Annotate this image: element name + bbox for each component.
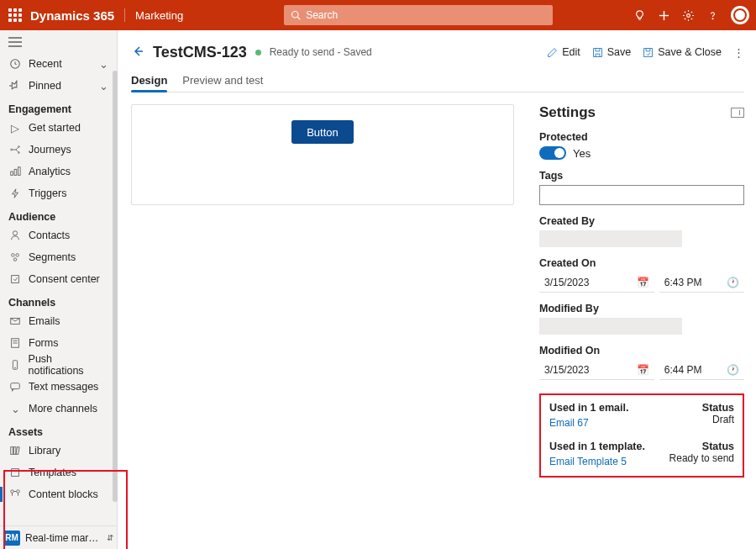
content-blocks-icon <box>8 488 22 500</box>
trigger-icon <box>8 187 22 199</box>
svg-rect-16 <box>18 167 21 176</box>
canvas-button[interactable]: Button <box>291 120 354 144</box>
modified-on-date[interactable]: 3/15/2023📅 <box>539 360 654 380</box>
plus-icon[interactable] <box>658 9 670 22</box>
page-header: TestCMS-123 Ready to send - Saved Edit S… <box>131 35 744 69</box>
chevron-updown-icon: ⇵ <box>107 533 113 542</box>
svg-point-17 <box>13 231 17 235</box>
svg-point-34 <box>11 490 14 494</box>
clock-icon: 🕐 <box>727 277 739 288</box>
created-on-date[interactable]: 3/15/2023📅 <box>539 272 654 293</box>
sidebar-item-text[interactable]: Text messages <box>0 376 117 398</box>
sidebar-item-push[interactable]: Push notifications <box>0 354 117 376</box>
sidebar-item-label: Contacts <box>29 230 70 241</box>
protected-value: Yes <box>573 147 591 160</box>
used-template-link[interactable]: Email Template 5 <box>549 456 627 467</box>
lightbulb-icon[interactable] <box>633 9 646 22</box>
save-close-button[interactable]: Save & Close <box>643 46 722 58</box>
sidebar-item-analytics[interactable]: Analytics <box>0 161 117 182</box>
forms-icon <box>8 337 22 349</box>
design-canvas[interactable]: Button <box>131 104 514 205</box>
sidebar-item-pinned[interactable]: Pinned ⌄ <box>0 75 117 97</box>
journeys-icon <box>8 144 22 156</box>
sidebar-item-recent[interactable]: Recent ⌄ <box>0 53 117 75</box>
save-button[interactable]: Save <box>592 46 632 58</box>
panel-toggle-icon[interactable] <box>731 108 744 118</box>
sidebar-item-label: Pinned <box>29 80 61 92</box>
sidebar-item-label: Triggers <box>29 187 66 199</box>
svg-point-11 <box>11 149 13 150</box>
sidebar-item-label: Templates <box>29 467 76 478</box>
gear-icon[interactable] <box>682 9 695 22</box>
svg-point-35 <box>17 490 20 494</box>
templates-icon <box>8 467 22 478</box>
app-module[interactable]: Marketing <box>135 9 183 22</box>
svg-point-12 <box>18 146 20 148</box>
sidebar-item-label: Consent center <box>29 273 100 285</box>
modified-on-time[interactable]: 6:44 PM🕐 <box>659 360 744 380</box>
svg-rect-14 <box>11 172 13 175</box>
used-email-link[interactable]: Email 67 <box>549 417 589 429</box>
sidebar-item-get-started[interactable]: ▷Get started <box>0 117 117 139</box>
tags-label: Tags <box>539 170 744 182</box>
svg-line-1 <box>297 17 300 19</box>
sidebar-item-content-blocks[interactable]: Content blocks <box>0 483 117 505</box>
edit-button[interactable]: Edit <box>547 46 580 58</box>
segments-icon <box>8 251 22 263</box>
help-icon[interactable] <box>706 9 719 22</box>
back-icon[interactable] <box>131 45 144 61</box>
status-header: Status <box>702 441 734 452</box>
analytics-icon <box>8 166 22 177</box>
svg-rect-30 <box>13 447 16 455</box>
hamburger-icon[interactable] <box>0 34 117 53</box>
protected-toggle[interactable] <box>539 146 566 160</box>
sidebar-item-contacts[interactable]: Contacts <box>0 224 117 246</box>
created-on-time[interactable]: 6:43 PM🕐 <box>659 272 744 293</box>
sidebar-section-channels: Channels <box>0 290 117 310</box>
sidebar-item-emails[interactable]: Emails <box>0 310 117 332</box>
svg-point-0 <box>292 12 299 18</box>
sidebar-item-label: Recent <box>29 58 62 70</box>
app-brand: Dynamics 365 <box>30 8 114 23</box>
search-placeholder: Search <box>306 9 338 21</box>
svg-point-20 <box>13 258 17 261</box>
modified-by-value <box>539 318 682 335</box>
sidebar-item-consent[interactable]: Consent center <box>0 268 117 290</box>
sidebar-item-forms[interactable]: Forms <box>0 332 117 354</box>
chevron-down-icon: ⌄ <box>99 58 108 71</box>
sidebar-footer[interactable]: RM Real-time marketi... ⇵ <box>0 525 117 549</box>
used-email-header: Used in 1 email. <box>549 402 628 414</box>
svg-point-19 <box>16 254 19 257</box>
avatar[interactable] <box>731 6 749 24</box>
tab-design[interactable]: Design <box>131 74 167 92</box>
sidebar-item-label: Get started <box>29 122 81 134</box>
svg-point-5 <box>687 13 690 17</box>
sidebar-item-more-channels[interactable]: ⌄More channels <box>0 398 117 420</box>
text-icon <box>8 381 22 393</box>
page-actions: Edit Save Save & Close ⋮ <box>547 46 744 59</box>
svg-point-18 <box>12 254 15 257</box>
tags-input[interactable] <box>539 185 744 205</box>
sidebar-item-label: Content blocks <box>29 488 98 500</box>
sidebar-scrollbar[interactable] <box>113 71 118 502</box>
created-on-label: Created On <box>539 257 744 269</box>
sidebar-item-templates[interactable]: Templates <box>0 462 117 483</box>
sidebar-item-triggers[interactable]: Triggers <box>0 182 117 204</box>
sidebar-item-segments[interactable]: Segments <box>0 246 117 268</box>
app-launcher-icon[interactable] <box>7 7 24 24</box>
modified-by-label: Modified By <box>539 303 744 314</box>
sidebar-item-journeys[interactable]: Journeys <box>0 139 117 161</box>
search-input[interactable]: Search <box>284 5 553 25</box>
sidebar-item-label: Analytics <box>29 166 71 177</box>
pin-icon <box>8 80 22 92</box>
clock-icon: 🕐 <box>727 364 739 376</box>
svg-point-13 <box>18 152 20 154</box>
divider <box>124 8 125 22</box>
tab-preview[interactable]: Preview and test <box>182 74 263 92</box>
more-icon[interactable]: ⋮ <box>733 46 744 59</box>
svg-point-6 <box>712 18 713 18</box>
svg-rect-21 <box>12 276 19 283</box>
sidebar-item-library[interactable]: Library <box>0 440 117 462</box>
status-text: Ready to send - Saved <box>270 46 372 58</box>
created-by-label: Created By <box>539 215 744 227</box>
